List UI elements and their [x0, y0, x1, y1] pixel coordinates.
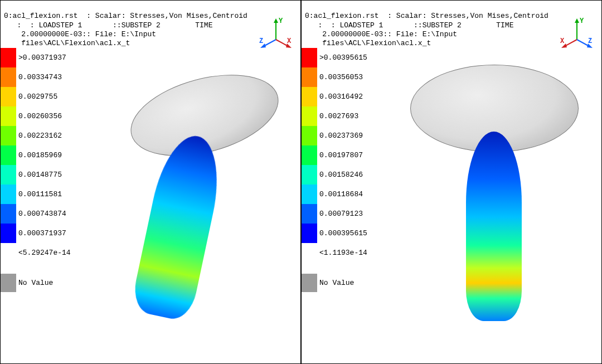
legend-value: 0.00316492 [317, 87, 367, 106]
legend-value: 0.0027693 [317, 106, 367, 126]
legend-swatch [1, 126, 16, 145]
legend-colorbar [302, 48, 317, 243]
title-line: files\ACL\Flexion\acl.x_t [4, 39, 130, 47]
legend-novalue-label: No Value [317, 279, 354, 287]
legend-swatch [302, 185, 317, 204]
title-line: 0:acl_flexion.rst : Scalar: Stresses,Von… [4, 12, 247, 20]
legend-colorbar [1, 48, 16, 243]
legend-labels: >0.00371937 0.00334743 0.0029755 0.00260… [16, 48, 71, 263]
legend-swatch [1, 106, 16, 126]
viewport-right[interactable]: 0:acl_flexion.rst : Scalar: Stresses,Von… [301, 0, 602, 364]
legend-swatch [302, 106, 317, 126]
legend-value: 0.00185969 [16, 145, 71, 165]
color-legend: >0.00395615 0.00356053 0.00316492 0.0027… [302, 48, 367, 263]
title-line: files\ACL\Flexion\acl.x_t [305, 39, 431, 47]
svg-line-2 [264, 40, 276, 46]
legend-value: 0.000395615 [317, 224, 367, 243]
legend-value: 0.00356053 [317, 67, 367, 87]
legend-swatch [1, 204, 16, 224]
legend-swatch [302, 126, 317, 145]
legend-value: 0.00148775 [16, 165, 71, 185]
legend-value: <5.29247e-14 [16, 243, 71, 263]
svg-marker-1 [274, 18, 278, 23]
legend-swatch [1, 224, 16, 243]
legend-swatch-novalue [302, 274, 317, 292]
legend-labels: >0.00395615 0.00356053 0.00316492 0.0027… [317, 48, 367, 263]
legend-novalue-label: No Value [16, 279, 53, 287]
legend-swatch [1, 48, 16, 67]
legend-value: 0.00158246 [317, 165, 367, 185]
legend-value: 0.00111581 [16, 185, 71, 204]
viewport-left[interactable]: 0:acl_flexion.rst : Scalar: Stresses,Von… [0, 0, 301, 364]
legend-value: 0.00237369 [317, 126, 367, 145]
title-line: 0:acl_flexion.rst : Scalar: Stresses,Von… [305, 12, 548, 20]
legend-value: >0.00371937 [16, 48, 71, 67]
legend-value: 0.00334743 [16, 67, 71, 87]
legend-swatch [302, 204, 317, 224]
legend-novalue: No Value [1, 274, 53, 292]
legend-swatch [1, 67, 16, 87]
legend-value: 0.00197807 [317, 145, 367, 165]
legend-value: 0.000371937 [16, 224, 71, 243]
axis-label-up: Y [279, 17, 283, 25]
legend-swatch [302, 67, 317, 87]
axis-label-left: X [560, 37, 565, 45]
axis-label-left: Z [259, 37, 263, 45]
legend-swatch [302, 224, 317, 243]
legend-value: 0.0029755 [16, 87, 71, 106]
legend-novalue: No Value [302, 274, 354, 292]
legend-value: 0.00118684 [317, 185, 367, 204]
title-line: 2.00000000E-03:: File: E:\Input [305, 30, 457, 38]
legend-swatch [302, 87, 317, 106]
legend-swatch-novalue [1, 274, 16, 292]
svg-marker-7 [575, 18, 579, 23]
legend-swatch [1, 87, 16, 106]
title-line: : : LOADSTEP 1 ::SUBSTEP 2 TIME [4, 21, 217, 30]
legend-value: 0.00260356 [16, 106, 71, 126]
legend-value: >0.00395615 [317, 48, 367, 67]
legend-value: 0.000743874 [16, 204, 71, 224]
fea-model-render [95, 73, 274, 313]
svg-line-10 [577, 40, 589, 46]
legend-swatch [1, 145, 16, 165]
fea-model-render [396, 65, 586, 316]
color-legend: >0.00371937 0.00334743 0.0029755 0.00260… [1, 48, 71, 263]
title-line: 2.00000000E-03:: File: E:\Input [4, 30, 156, 38]
coordinate-triad: Y X Z [560, 17, 594, 48]
legend-swatch [302, 145, 317, 165]
legend-swatch [302, 165, 317, 185]
title-line: : : LOADSTEP 1 ::SUBSTEP 2 TIME [305, 21, 518, 30]
axis-label-right: Z [588, 37, 592, 45]
axis-label-up: Y [580, 17, 584, 25]
legend-value: 0.00079123 [317, 204, 367, 224]
legend-swatch [1, 165, 16, 185]
axis-label-right: X [287, 37, 292, 45]
legend-swatch [302, 48, 317, 67]
viewport-pair: 0:acl_flexion.rst : Scalar: Stresses,Von… [0, 0, 602, 364]
coordinate-triad: Y Z X [259, 17, 293, 48]
svg-line-8 [565, 40, 577, 46]
legend-swatch [1, 185, 16, 204]
legend-value: <1.1193e-14 [317, 243, 367, 263]
svg-line-4 [276, 40, 288, 46]
legend-value: 0.00223162 [16, 126, 71, 145]
